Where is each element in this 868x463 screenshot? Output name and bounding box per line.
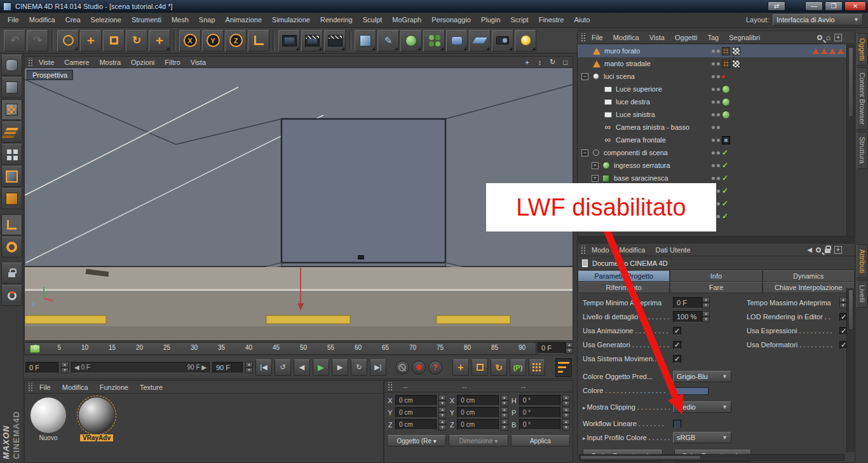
scrollbar-thumb[interactable]: [848, 47, 853, 117]
play-button[interactable]: ▶: [313, 359, 329, 376]
search-icon[interactable]: [816, 247, 821, 252]
render-visibility-dot[interactable]: [717, 215, 720, 218]
vp-menu-camere[interactable]: Camere: [60, 59, 93, 66]
mostra-clipping-dropdown[interactable]: Medio▼: [673, 401, 731, 413]
rotation-p-field[interactable]: 0 °: [519, 407, 560, 418]
check-tag-icon[interactable]: ✓: [722, 212, 728, 220]
tab-parametri-progetto[interactable]: Parametri Progetto: [578, 270, 670, 282]
colore-oggetto-dropdown[interactable]: Grigio-Blu▼: [673, 371, 731, 382]
toggle-view-icon[interactable]: □: [560, 59, 570, 66]
close-button[interactable]: ✕: [844, 1, 866, 11]
tab-attributi[interactable]: Attributi: [857, 244, 868, 278]
check-tag-icon[interactable]: ✓: [722, 149, 728, 156]
current-frame-stepper[interactable]: ▲▼: [61, 362, 69, 373]
om-menu-vista[interactable]: Vista: [645, 34, 669, 41]
edges-mode-button[interactable]: [1, 166, 22, 187]
tab-livelli[interactable]: Livelli: [857, 280, 868, 308]
mat-menu-modifica[interactable]: Modifica: [57, 384, 93, 391]
polygons-mode-button[interactable]: [1, 188, 22, 209]
display-tag-icon[interactable]: [722, 136, 730, 144]
expand-icon[interactable]: +: [592, 175, 599, 182]
tab-info[interactable]: Info: [670, 270, 762, 282]
coords-col-header[interactable]: --: [394, 383, 452, 390]
axis-modification-button[interactable]: [1, 237, 22, 258]
panel-grip[interactable]: [387, 382, 393, 391]
mat-menu-file[interactable]: File: [34, 384, 56, 391]
frame-stepper[interactable]: ▲▼: [566, 342, 573, 354]
livello-dettaglio-field[interactable]: 100 %: [673, 311, 702, 322]
position-x-field[interactable]: 0 cm: [395, 395, 437, 406]
live-selection-button[interactable]: [57, 30, 79, 52]
go-to-start-button[interactable]: |◀: [255, 359, 272, 376]
position-y-field[interactable]: 0 cm: [395, 407, 437, 418]
lock-x-axis-button[interactable]: X: [179, 30, 201, 52]
add-panel-icon[interactable]: +: [834, 246, 842, 254]
object-manager-scrollbar[interactable]: [846, 45, 855, 236]
key-parameter-button[interactable]: (P): [510, 359, 526, 376]
size-z-field[interactable]: 0 cm: [457, 419, 498, 430]
material-name[interactable]: VRayAdv: [80, 434, 113, 441]
history-back-icon[interactable]: ◀: [807, 246, 812, 253]
usa-generatori-checkbox[interactable]: [673, 341, 681, 349]
previous-frame-button[interactable]: ◀: [294, 359, 310, 376]
editor-visibility-dot[interactable]: [712, 62, 715, 66]
render-visibility-dot[interactable]: [717, 151, 720, 155]
texture-tag-icon[interactable]: [732, 47, 740, 55]
tab-struttura[interactable]: Struttura: [857, 132, 868, 169]
om-menu-file[interactable]: File: [587, 34, 607, 41]
material-name[interactable]: Nuovo: [37, 434, 60, 441]
menu-selezione[interactable]: Selezione: [86, 13, 126, 27]
check-tag-icon[interactable]: ✓: [722, 174, 728, 182]
render-visibility-dot[interactable]: [717, 126, 720, 129]
menu-modifica[interactable]: Modifica: [24, 13, 60, 27]
workflow-lineare-checkbox[interactable]: [673, 420, 681, 428]
minimize-button[interactable]: —: [805, 1, 823, 11]
phong-tag-icon[interactable]: [722, 60, 730, 68]
render-visibility-dot[interactable]: [717, 113, 720, 116]
usa-sistema-checkbox[interactable]: [673, 355, 681, 363]
texture-tag-icon[interactable]: [732, 60, 740, 68]
render-view-button[interactable]: [278, 30, 300, 52]
menu-plugin[interactable]: Plugin: [476, 13, 506, 27]
selection-tag-icon[interactable]: [837, 48, 844, 54]
coordinate-system-button[interactable]: [248, 30, 269, 52]
render-visibility-dot[interactable]: [717, 88, 720, 91]
vp-menu-mostra[interactable]: Mostra: [95, 59, 125, 66]
mat-menu-texture[interactable]: Texture: [135, 384, 168, 391]
coords-size-dropdown[interactable]: Dimensione ▾: [449, 435, 508, 446]
add-cube-button[interactable]: [355, 30, 376, 52]
render-visibility-dot[interactable]: [717, 139, 720, 142]
menu-simulazione[interactable]: Simulazione: [267, 13, 315, 27]
frame-value[interactable]: 0 F: [538, 342, 566, 354]
add-spline-button[interactable]: ✎: [377, 30, 399, 52]
apply-button[interactable]: Applica: [511, 435, 570, 446]
editor-visibility-dot[interactable]: [712, 139, 715, 142]
add-mograph-button[interactable]: [423, 30, 445, 52]
check-tag-icon[interactable]: ✓: [722, 200, 728, 207]
scrollbar-thumb[interactable]: [580, 455, 701, 460]
last-tool-button[interactable]: +: [149, 30, 170, 52]
scrollbar-thumb[interactable]: [848, 289, 853, 330]
vp-menu-vista[interactable]: Vista: [186, 59, 210, 66]
tree-row-camera-frontale[interactable]: ∞ Camera frontale: [578, 134, 846, 146]
next-frame-button[interactable]: ▶: [332, 359, 348, 376]
key-rotation-button[interactable]: ↻: [491, 359, 507, 376]
tab-riferimento[interactable]: Riferimento: [578, 282, 670, 293]
material-item[interactable]: VRayAdv: [76, 397, 118, 441]
render-visibility-dot[interactable]: [717, 100, 720, 104]
tree-row-camera-sinistra[interactable]: ∞ Camera sinistra - basso: [578, 121, 846, 134]
light-material-tag-icon[interactable]: [722, 98, 730, 106]
menu-sculpt[interactable]: Sculpt: [358, 13, 388, 27]
lock-workplane-button[interactable]: [1, 263, 22, 284]
rotation-b-field[interactable]: 0 °: [519, 419, 560, 430]
coords-mode-dropdown[interactable]: Oggetto (Re ▾: [387, 435, 446, 446]
material-sphere[interactable]: [31, 397, 66, 433]
add-camera-button[interactable]: [492, 30, 513, 52]
layout-switch-icon[interactable]: ⇄: [768, 1, 785, 11]
tab-chiave-interpolazione[interactable]: Chiave Interpolazione: [763, 282, 855, 293]
end-frame-field[interactable]: 90 F: [212, 362, 243, 373]
add-panel-icon[interactable]: +: [834, 34, 842, 41]
make-editable-button[interactable]: [1, 55, 22, 76]
add-light-button[interactable]: [515, 30, 536, 52]
tree-row-componenti-di-scena[interactable]: − componenti di scena ✓: [578, 146, 846, 159]
